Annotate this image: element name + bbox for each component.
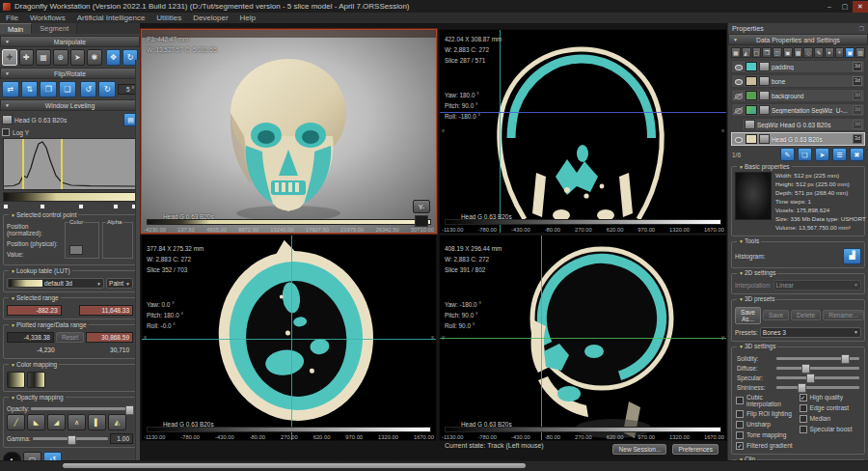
control-point-handle[interactable]: [78, 204, 84, 209]
layer-color-swatch[interactable]: [746, 105, 757, 115]
slider-thumb[interactable]: [841, 354, 850, 364]
menu-artificial-intelligence[interactable]: Artificial Intelligence: [71, 14, 151, 22]
lut-select[interactable]: default 3d ▼: [7, 278, 104, 289]
export-layer-button[interactable]: ➤: [815, 148, 829, 161]
visibility-eye-off-icon[interactable]: [734, 92, 744, 100]
slider-thumb[interactable]: [125, 405, 134, 415]
layer-row-head-selected[interactable]: Head G 0.63 B20s 3d: [731, 132, 865, 146]
transpose-button[interactable]: ❏: [59, 81, 76, 97]
spin-tool-button[interactable]: ✱: [87, 49, 102, 66]
shape-icon[interactable]: ◇: [803, 47, 813, 58]
layer-3d-badge[interactable]: 3d: [853, 91, 862, 100]
unsharp-checkbox[interactable]: Unsharp: [736, 421, 798, 429]
layer-row-segwiz-head[interactable]: SegWiz Head G 0.63 B20s 3d: [742, 118, 865, 131]
layer-row-segmentation[interactable]: Segmentation SegWiz_U-... 3d: [731, 103, 865, 117]
viewport-coronal[interactable]: 422.04 X 308.87 mm W: 2,883 C: 272 Slice…: [439, 29, 727, 234]
fit-view-button[interactable]: ✥: [106, 49, 122, 66]
target-icon[interactable]: ⌖: [835, 47, 845, 58]
menu-file[interactable]: File: [0, 14, 24, 22]
new-session-button[interactable]: New Session...: [612, 444, 666, 455]
empty-box-icon[interactable]: ▢: [752, 47, 762, 58]
reset-range-button[interactable]: Reset: [56, 332, 84, 343]
gamma-value-spinner[interactable]: 1.00: [110, 433, 133, 444]
specular-boost-checkbox[interactable]: Specular boost: [800, 426, 861, 433]
visibility-eye-off-icon[interactable]: [734, 106, 744, 115]
flip-vertical-button[interactable]: ⇅: [21, 81, 39, 97]
duplicate-layer-button[interactable]: ❏: [798, 148, 812, 161]
filtered-gradient-checkbox[interactable]: ✓Filtered gradient: [736, 442, 798, 450]
pan-tool-button[interactable]: ✚: [19, 49, 35, 66]
delete-layer-button[interactable]: ✖: [850, 148, 864, 161]
opacity-slider[interactable]: [31, 407, 133, 410]
save-preset-button[interactable]: Save: [763, 310, 789, 320]
preferences-button[interactable]: Preferences: [672, 444, 719, 455]
menu-utilities[interactable]: Utilities: [150, 14, 187, 22]
layer-3d-badge[interactable]: 3d: [853, 120, 862, 129]
view-layer-tag[interactable]: [415, 215, 428, 227]
display-icon[interactable]: ▥: [855, 47, 865, 58]
view-orientation-button[interactable]: Y-: [413, 200, 430, 213]
log-y-checkbox[interactable]: Log Y: [2, 128, 29, 136]
layer-3d-badge[interactable]: 3d: [853, 105, 862, 115]
opacity-peak-button[interactable]: ∧: [68, 414, 86, 430]
opacity-flat-button[interactable]: ▌: [88, 414, 106, 430]
selected-range-min-field[interactable]: -882.23: [7, 305, 62, 316]
opacity-linear-button[interactable]: ╱: [7, 414, 25, 430]
diffuse-slider[interactable]: [776, 367, 859, 370]
split-box-icon[interactable]: ◫: [773, 47, 782, 58]
edit-icon[interactable]: ✎: [814, 47, 824, 58]
control-point-handle[interactable]: [113, 204, 119, 209]
viewport-3d[interactable]: P3: 442.47 mm W: 13,527.57 C: 5,381.55 H…: [141, 29, 437, 234]
solidity-slider[interactable]: [776, 357, 859, 360]
slider-thumb[interactable]: [798, 383, 806, 393]
layer-color-swatch[interactable]: [746, 134, 757, 144]
layer-row-padding[interactable]: padding 3d: [731, 60, 865, 73]
layer-color-swatch[interactable]: [746, 62, 757, 71]
color-swatch[interactable]: [69, 245, 83, 255]
opacity-ramp-down-button[interactable]: ◢: [47, 414, 66, 430]
lut-mode-select[interactable]: Paint▼: [106, 278, 133, 289]
menu-workflows[interactable]: Workflows: [24, 14, 71, 22]
dock-icon[interactable]: ❐: [859, 25, 864, 32]
crosshair-horizontal[interactable]: [440, 112, 726, 113]
close-button[interactable]: ✕: [853, 1, 868, 13]
viewport-sagittal[interactable]: 408.19 X 296.44 mm W: 2,883 C: 272 Slice…: [439, 235, 727, 441]
viewport-axial[interactable]: 377.84 X 275.32 mm W: 2,883 C: 272 Slice…: [141, 235, 437, 441]
track-tool-button[interactable]: ✛: [2, 49, 17, 66]
opacity-ramp-up-button[interactable]: ◣: [27, 414, 45, 430]
save-as-preset-button[interactable]: Save As...: [735, 307, 761, 324]
zoom-tool-button[interactable]: ⊕: [53, 49, 68, 66]
range-max-line[interactable]: [61, 139, 63, 189]
layer-color-swatch[interactable]: [746, 76, 757, 86]
crosshair-vertical[interactable]: [291, 236, 292, 440]
lut-gradient-bar[interactable]: [3, 192, 137, 202]
layer-row-background[interactable]: background 3d: [731, 89, 865, 102]
slider-thumb[interactable]: [806, 374, 815, 383]
shininess-slider[interactable]: [776, 386, 859, 389]
swap-axes-button[interactable]: ❐: [40, 81, 57, 97]
layer-3d-badge[interactable]: 3d: [853, 62, 862, 71]
volume-icon[interactable]: ◭: [742, 47, 751, 58]
opacity-custom-button[interactable]: ◭: [108, 414, 126, 430]
cubic-interpolation-checkbox[interactable]: Cubic interpolation: [736, 394, 798, 407]
rotate-cw-button[interactable]: ↻: [98, 81, 116, 97]
histogram-button[interactable]: ▟: [843, 248, 861, 264]
interpolation-select[interactable]: Linear▼: [773, 280, 861, 291]
visibility-eye-icon[interactable]: [734, 77, 744, 86]
menu-help[interactable]: Help: [234, 14, 261, 22]
visibility-eye-icon[interactable]: [734, 135, 744, 144]
menu-developer[interactable]: Developer: [187, 14, 233, 22]
edge-contrast-checkbox[interactable]: Edge contrast: [800, 404, 861, 412]
window-level-tool-button[interactable]: ▦: [36, 49, 51, 66]
active-view-icon[interactable]: ▣: [845, 47, 854, 58]
layer-3d-badge[interactable]: 3d: [853, 134, 862, 144]
specular-slider[interactable]: [776, 376, 859, 379]
range-min-line[interactable]: [22, 139, 24, 189]
tab-main[interactable]: Main: [0, 23, 32, 34]
layer-3d-badge[interactable]: 3d: [853, 76, 862, 86]
horizontal-scrollbar[interactable]: [63, 463, 526, 468]
high-quality-checkbox[interactable]: ✓High quality: [800, 394, 861, 402]
window-leveling-histogram[interactable]: [3, 138, 137, 190]
maximize-button[interactable]: ▢: [837, 1, 853, 13]
slider-thumb[interactable]: [801, 364, 810, 374]
